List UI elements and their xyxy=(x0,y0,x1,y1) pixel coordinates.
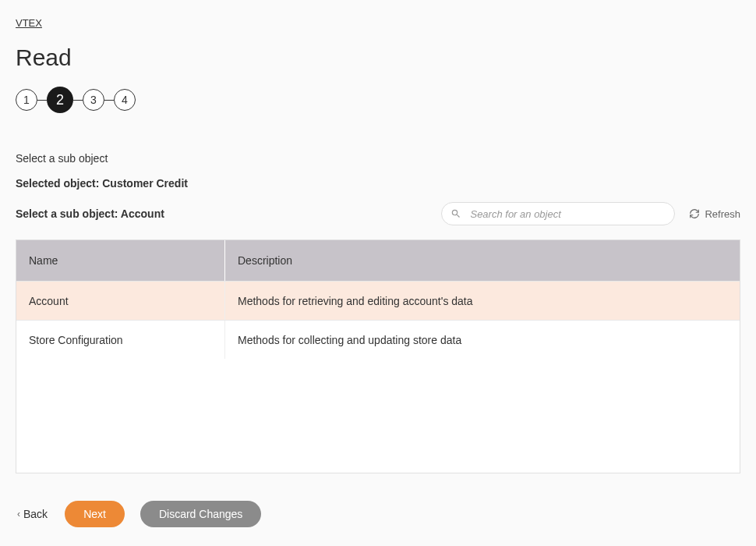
refresh-label: Refresh xyxy=(705,208,740,220)
column-header-description[interactable]: Description xyxy=(225,254,740,267)
step-connector xyxy=(104,100,114,101)
search-input[interactable] xyxy=(441,202,675,225)
search-wrapper xyxy=(441,202,675,225)
select-sub-object-label: Select a sub object: Account xyxy=(16,207,164,220)
refresh-icon xyxy=(689,208,700,219)
footer: ‹ Back Next Discard Changes xyxy=(16,501,740,527)
stepper: 1 2 3 4 xyxy=(16,87,740,113)
page-title: Read xyxy=(16,44,740,71)
cell-description: Methods for retrieving and editing accou… xyxy=(225,295,740,307)
selected-object-label: Selected object: Customer Credit xyxy=(16,177,740,190)
next-button[interactable]: Next xyxy=(65,501,125,527)
discard-button[interactable]: Discard Changes xyxy=(140,501,261,527)
step-connector xyxy=(37,100,47,101)
refresh-button[interactable]: Refresh xyxy=(689,208,740,220)
table-header: Name Description xyxy=(16,240,740,281)
step-4[interactable]: 4 xyxy=(114,89,136,111)
step-connector xyxy=(73,100,83,101)
cell-name: Account xyxy=(16,282,225,320)
back-button[interactable]: ‹ Back xyxy=(16,505,49,523)
step-1[interactable]: 1 xyxy=(16,89,37,111)
column-header-name[interactable]: Name xyxy=(16,240,225,281)
table: Name Description Account Methods for ret… xyxy=(16,239,740,473)
step-3[interactable]: 3 xyxy=(83,89,104,111)
back-label: Back xyxy=(23,508,48,520)
search-icon xyxy=(450,208,461,219)
cell-name: Store Configuration xyxy=(16,321,225,359)
subtitle: Select a sub object xyxy=(16,152,740,165)
table-row[interactable]: Store Configuration Methods for collecti… xyxy=(16,320,740,359)
table-row[interactable]: Account Methods for retrieving and editi… xyxy=(16,281,740,320)
cell-description: Methods for collecting and updating stor… xyxy=(225,334,740,346)
chevron-left-icon: ‹ xyxy=(17,509,20,519)
step-2[interactable]: 2 xyxy=(47,87,73,113)
breadcrumb[interactable]: VTEX xyxy=(16,17,42,29)
